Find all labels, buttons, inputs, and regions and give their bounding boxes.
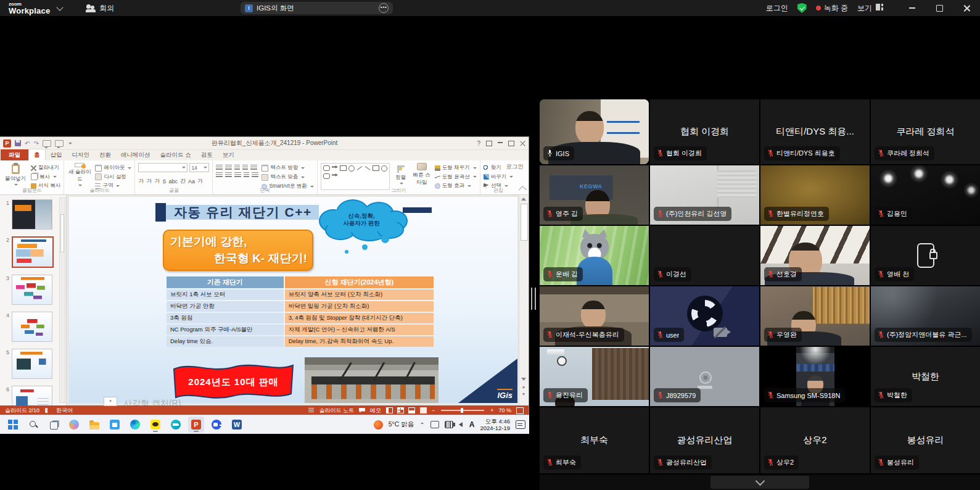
ppt-tab-애니메이션[interactable]: 애니메이션: [116, 149, 155, 160]
reset-button[interactable]: 다시 설정: [95, 173, 131, 181]
reading-view-icon[interactable]: [408, 407, 415, 413]
thumbnail-preview[interactable]: [12, 386, 52, 405]
language-indicator[interactable]: 한국어: [56, 407, 73, 415]
ppt-tab-검토[interactable]: 검토: [196, 149, 218, 160]
ppt-tab-파일[interactable]: 파일: [1, 149, 28, 160]
shape-fill-button[interactable]: 도형 채우기: [435, 164, 477, 172]
slide-thumbnail-1[interactable]: 1: [3, 199, 66, 230]
scroll-up-icon[interactable]: [521, 197, 526, 201]
participant-tile[interactable]: (주)정암지앤더블유 곽근...: [871, 286, 980, 346]
participant-tile[interactable]: 쿠라레 정희석 쿠라레 정희석: [871, 99, 980, 164]
slide-scrollbar[interactable]: ▲ ▼: [519, 195, 529, 405]
share-tab-options-icon[interactable]: •••: [379, 3, 389, 13]
new-slide-button[interactable]: 새 슬라이드: [67, 163, 92, 186]
taskbar-edge-button[interactable]: [127, 417, 143, 433]
copy-button[interactable]: 복사: [31, 173, 60, 181]
participant-tile[interactable]: 영배 천: [871, 226, 980, 285]
taskbar-store-button[interactable]: [107, 417, 123, 433]
shape-outline-button[interactable]: 도형 윤곽선: [435, 173, 477, 181]
participant-tile[interactable]: J8929579: [650, 347, 759, 406]
font-style-button[interactable]: 가: [197, 177, 203, 185]
align-text-button[interactable]: 텍스트 맞춤: [261, 173, 313, 181]
text-direction-button[interactable]: 텍스트 방향: [261, 164, 313, 172]
participant-tile[interactable]: IGIS: [540, 99, 649, 164]
taskbar-file-explorer-button[interactable]: [86, 417, 102, 433]
reading-view-icon[interactable]: [55, 140, 64, 147]
participant-tile[interactable]: 선호경: [760, 226, 870, 285]
zoom-in-button[interactable]: +: [490, 407, 493, 413]
thumbnail-preview[interactable]: [12, 275, 52, 305]
ppt-login-link[interactable]: 로그인: [506, 163, 524, 171]
normal-view-icon[interactable]: [386, 407, 393, 413]
participant-tile[interactable]: 상우2 상우2: [760, 407, 870, 473]
undo-icon[interactable]: ↶: [25, 140, 30, 147]
participant-tile[interactable]: 광성유리산업 광성유리산업: [650, 407, 759, 473]
ppt-tab-삽입[interactable]: 삽입: [46, 149, 67, 160]
save-icon[interactable]: [15, 140, 21, 146]
thumbnail-preview[interactable]: [12, 312, 52, 342]
ppt-tab-보기[interactable]: 보기: [218, 149, 239, 160]
collapse-ribbon-icon[interactable]: [519, 186, 527, 194]
participant-tile[interactable]: 이재석-우신복층유리: [540, 286, 649, 346]
ime-doc-icon[interactable]: [430, 421, 439, 428]
participant-tile[interactable]: 한별유리정연호: [760, 165, 870, 225]
view-button[interactable]: 보기: [857, 3, 883, 14]
close-button[interactable]: [953, 0, 980, 16]
slideshow-icon[interactable]: [420, 407, 427, 413]
font-style-button[interactable]: 가: [154, 177, 160, 185]
fit-slide-icon[interactable]: [516, 407, 524, 414]
participant-tile[interactable]: KEGWA 영주 김: [540, 165, 649, 225]
shape-gallery[interactable]: [321, 163, 390, 190]
ppt-minimize-button[interactable]: [498, 142, 503, 143]
zoom-out-button[interactable]: −: [432, 407, 435, 413]
scroll-thumb[interactable]: [521, 204, 528, 241]
participant-tile[interactable]: user: [650, 286, 759, 346]
ppt-restore-button[interactable]: [508, 141, 514, 146]
ime-language-indicator[interactable]: A: [469, 420, 475, 429]
redo-icon[interactable]: ↷: [33, 140, 38, 147]
cut-button[interactable]: 잘라내기: [31, 164, 60, 172]
participant-tile[interactable]: 협회 이경희 협회 이경희: [650, 99, 759, 164]
next-slide-button[interactable]: ▼: [521, 392, 526, 397]
powerpoint-icon[interactable]: P: [3, 139, 11, 147]
ppt-tab-홈[interactable]: 홈: [28, 149, 46, 160]
slideshow-from-start-icon[interactable]: [43, 140, 51, 147]
font-style-button[interactable]: 간: [180, 177, 186, 185]
slide-thumbnail-4[interactable]: 4: [3, 312, 66, 342]
ppt-close-button[interactable]: [520, 141, 525, 146]
taskbar-kakaotalk-button[interactable]: [147, 417, 163, 433]
zoom-slider[interactable]: [441, 410, 484, 411]
taskbar-zoom-app-button[interactable]: [208, 417, 224, 433]
participant-tile[interactable]: 티앤티/DYS 최용... 티앤티/DYS 최용호: [760, 99, 870, 164]
security-shield-icon[interactable]: [797, 3, 807, 13]
slide-sorter-icon[interactable]: [398, 408, 403, 413]
taskbar-word-button[interactable]: W: [229, 417, 245, 433]
font-style-button[interactable]: abc: [168, 178, 178, 185]
spellcheck-icon[interactable]: [45, 408, 51, 413]
screen-share-tab[interactable]: I IGIS의 화면 •••: [241, 2, 393, 14]
participant-tile[interactable]: 박철한 박철한: [871, 347, 980, 406]
participant-tile[interactable]: (주)인천유리 김선영: [650, 165, 759, 225]
thumbnail-preview[interactable]: [12, 349, 52, 379]
zoom-level[interactable]: 70 %: [498, 407, 511, 413]
font-style-button[interactable]: 가: [146, 177, 152, 185]
meeting-tab[interactable]: 회의: [86, 3, 114, 14]
weather-text[interactable]: 5°C 맑음: [389, 420, 414, 429]
participant-tile[interactable]: 김용민: [871, 165, 980, 225]
participant-tile[interactable]: 최부숙 최부숙: [540, 407, 649, 473]
arrange-button[interactable]: 정렬: [393, 163, 409, 186]
taskbar-start-button[interactable]: [5, 417, 21, 433]
paragraph-buttons[interactable]: [216, 163, 258, 186]
clock[interactable]: 오후 4:46 2024-12-19: [480, 418, 510, 431]
font-style-button[interactable]: 가: [138, 177, 144, 185]
slide-thumbnail-panel[interactable]: 123456: [0, 195, 67, 405]
participant-tile[interactable]: 운배 김: [540, 226, 649, 285]
replace-button[interactable]: 바꾸기: [484, 173, 514, 181]
previous-slide-button[interactable]: ▲: [521, 384, 526, 389]
font-style-button[interactable]: Aa: [188, 178, 195, 185]
thumbnail-preview[interactable]: [12, 236, 54, 268]
paste-button[interactable]: 붙여넣기: [3, 163, 28, 186]
chevron-down-icon[interactable]: [57, 4, 64, 10]
keyboard-icon[interactable]: [445, 421, 453, 428]
scroll-down-icon[interactable]: [521, 378, 526, 381]
